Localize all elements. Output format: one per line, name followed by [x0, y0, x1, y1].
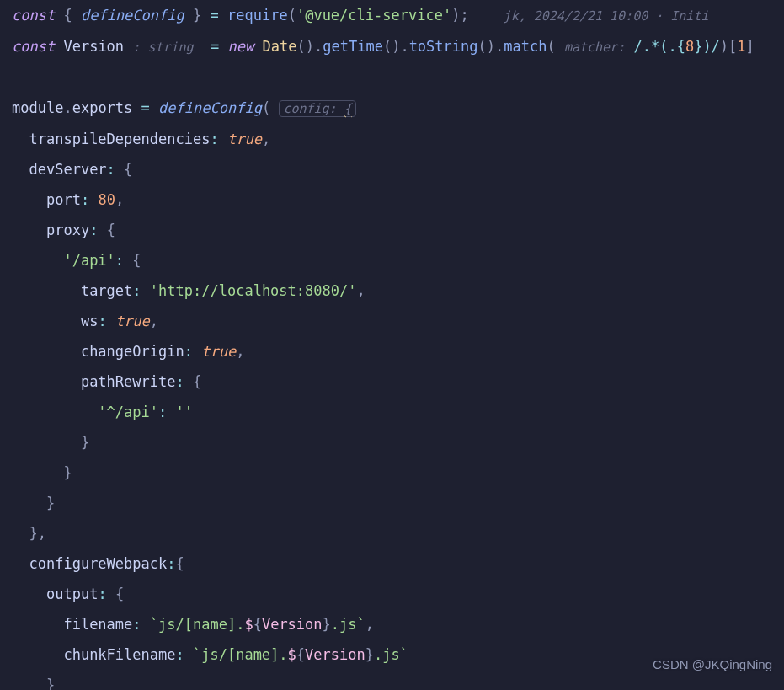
colon: : — [81, 191, 89, 208]
template-dollar: $ — [288, 646, 296, 663]
comma: , — [365, 616, 374, 633]
keyword-new: new — [228, 38, 254, 55]
property-key-string: '^/api' — [98, 404, 158, 420]
colon: : — [89, 222, 98, 238]
brace: } — [365, 646, 374, 663]
brace: { — [253, 616, 262, 633]
boolean: true — [201, 343, 236, 360]
string: '@vue/cli-service' — [296, 7, 451, 24]
number: 1 — [737, 38, 745, 55]
code-line[interactable]: devServer: { — [12, 154, 784, 185]
paren: ) — [451, 7, 460, 24]
code-line[interactable]: module.exports = defineConfig( config: { — [12, 93, 784, 124]
code-line[interactable]: proxy: { — [12, 215, 784, 245]
boolean: true — [227, 131, 262, 147]
regex: (.{ — [659, 38, 685, 55]
code-line[interactable]: }, — [12, 518, 784, 548]
brace: { — [132, 252, 141, 269]
dot: . — [495, 38, 504, 55]
code-line[interactable]: '/api': { — [12, 245, 784, 275]
colon: : — [175, 646, 184, 663]
property-key: proxy — [46, 222, 89, 238]
code-line[interactable]: transpileDependencies: true, — [12, 124, 784, 154]
code-line[interactable]: filename: `js/[name].${Version}.js`, — [12, 609, 784, 639]
brace: { — [107, 222, 115, 238]
brace: } — [46, 677, 55, 690]
identifier: Version — [63, 38, 124, 55]
code-line[interactable]: ws: true, — [12, 306, 784, 336]
property-key: changeOrigin — [81, 343, 184, 360]
colon: : — [184, 343, 193, 360]
semicolon: ; — [460, 7, 468, 24]
code-line[interactable]: target: 'http://localhost:8080/', — [12, 275, 784, 306]
string-quote: ' — [348, 282, 356, 299]
code-editor[interactable]: const { defineConfig } = require('@vue/c… — [0, 0, 784, 690]
function-call: require — [227, 7, 288, 24]
method-call: match — [504, 38, 547, 55]
bracket: [ — [728, 38, 737, 55]
code-line[interactable]: configureWebpack:{ — [12, 548, 784, 579]
colon: : — [167, 555, 175, 572]
brace: } — [46, 495, 55, 511]
property-key: transpileDependencies — [29, 131, 210, 147]
code-line[interactable]: pathRewrite: { — [12, 366, 784, 397]
colon: : — [132, 616, 141, 633]
colon: : — [115, 252, 124, 269]
template-string: .js` — [331, 616, 365, 633]
property-key: configureWebpack — [29, 555, 167, 572]
number: 80 — [98, 191, 115, 208]
property-key: chunkFilename — [63, 646, 175, 663]
dot: . — [63, 99, 72, 116]
param-hint: matcher: — [564, 40, 625, 55]
param-hint: config: { — [279, 100, 355, 117]
code-line[interactable]: '^/api': '' — [12, 397, 784, 427]
colon: : — [132, 282, 141, 299]
comma: , — [356, 282, 365, 299]
code-line[interactable]: } — [12, 488, 784, 518]
property-key: output — [46, 586, 98, 602]
operator: = — [141, 99, 150, 116]
function-call: defineConfig — [158, 99, 262, 116]
regex: })/ — [694, 38, 720, 55]
paren: ( — [547, 38, 555, 55]
paren: ( — [262, 99, 270, 116]
property-key: filename — [63, 616, 132, 633]
template-string: .js` — [374, 646, 408, 663]
comma: , — [262, 131, 270, 147]
string-quote: ' — [150, 282, 158, 299]
url-string[interactable]: http://localhost:8080/ — [158, 282, 348, 299]
bracket: ] — [746, 38, 755, 55]
boolean: true — [115, 313, 150, 329]
string: '' — [176, 404, 193, 420]
colon: : — [98, 313, 106, 329]
code-line[interactable]: port: 80, — [12, 185, 784, 215]
code-line[interactable]: } — [12, 457, 784, 488]
dot: . — [314, 38, 323, 55]
method-call: getTime — [323, 38, 383, 55]
paren: () — [478, 38, 495, 55]
code-line[interactable]: const { defineConfig } = require('@vue/c… — [12, 0, 784, 31]
method-call: toString — [409, 38, 478, 55]
keyword-const: const — [12, 38, 55, 55]
property-key: target — [81, 282, 132, 299]
code-line[interactable]: } — [12, 427, 784, 457]
property-key: ws — [81, 313, 98, 329]
property-key: port — [46, 191, 81, 208]
type-hint: : string — [132, 40, 193, 55]
identifier: Version — [305, 646, 365, 663]
code-line-blank[interactable] — [12, 62, 784, 93]
identifier: defineConfig — [81, 7, 184, 24]
colon: : — [158, 404, 167, 420]
code-line[interactable]: const Version : string = new Date().getT… — [12, 31, 784, 62]
identifier: module — [12, 99, 63, 116]
watermark: CSDN @JKQingNing — [653, 650, 772, 680]
code-line[interactable]: output: { — [12, 579, 784, 609]
brace: } — [193, 7, 201, 24]
paren: ( — [288, 7, 296, 24]
comma: , — [236, 343, 244, 360]
paren: ) — [720, 38, 728, 55]
identifier: Version — [262, 616, 323, 633]
comma: , — [115, 191, 124, 208]
comma: , — [150, 313, 158, 329]
code-line[interactable]: changeOrigin: true, — [12, 336, 784, 366]
